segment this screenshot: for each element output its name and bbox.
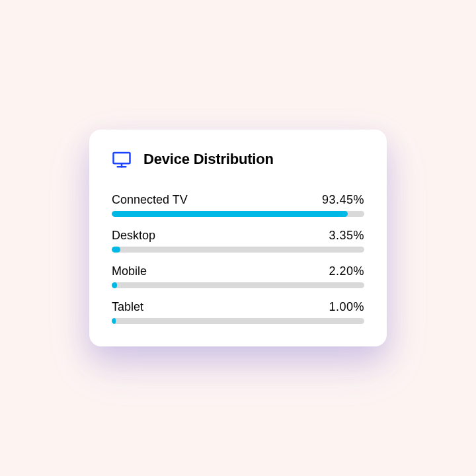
distribution-row: Mobile 2.20%: [112, 264, 364, 288]
card-title: Device Distribution: [143, 151, 274, 168]
row-value: 3.35%: [329, 229, 364, 243]
row-label: Tablet: [112, 300, 143, 314]
monitor-icon: [112, 149, 132, 169]
distribution-row: Connected TV 93.45%: [112, 193, 364, 217]
bar-track: [112, 211, 364, 217]
bar-fill: [112, 318, 116, 324]
distribution-row: Desktop 3.35%: [112, 229, 364, 253]
svg-rect-0: [114, 153, 130, 163]
row-value: 1.00%: [329, 300, 364, 314]
row-value: 93.45%: [322, 193, 364, 207]
device-distribution-card: Device Distribution Connected TV 93.45% …: [89, 130, 387, 346]
bar-track: [112, 247, 364, 253]
bar-track: [112, 318, 364, 324]
row-top: Connected TV 93.45%: [112, 193, 364, 207]
row-top: Desktop 3.35%: [112, 229, 364, 243]
row-value: 2.20%: [329, 264, 364, 278]
distribution-row: Tablet 1.00%: [112, 300, 364, 324]
bar-track: [112, 282, 364, 288]
row-label: Connected TV: [112, 193, 188, 207]
row-top: Tablet 1.00%: [112, 300, 364, 314]
distribution-rows: Connected TV 93.45% Desktop 3.35% Mobile…: [112, 193, 364, 324]
bar-fill: [112, 211, 348, 217]
row-top: Mobile 2.20%: [112, 264, 364, 278]
card-header: Device Distribution: [112, 149, 364, 169]
row-label: Mobile: [112, 264, 147, 278]
bar-fill: [112, 282, 117, 288]
row-label: Desktop: [112, 229, 155, 243]
bar-fill: [112, 247, 120, 253]
